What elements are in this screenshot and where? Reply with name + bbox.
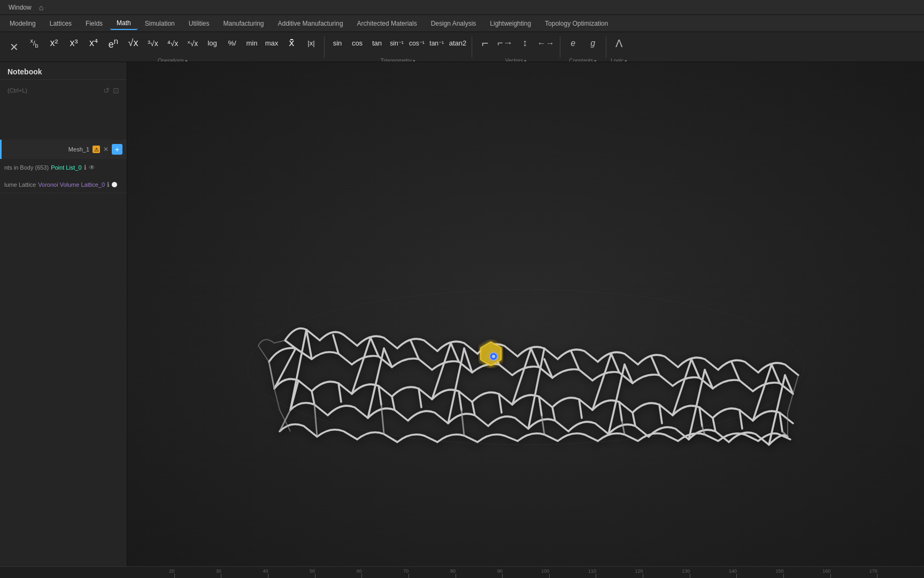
ruler-tick: 170 [877,574,877,578]
vectors-dropdown[interactable]: Vectors [505,58,527,62]
logic-label[interactable]: Logic [611,58,627,62]
toolbar-constants-group: e g Constants [564,32,603,62]
points-label-right: Point List_0 [51,164,81,171]
divider-1 [324,36,325,58]
toolbar-percent-btn[interactable]: %/ [222,32,242,57]
menu-simulation[interactable]: Simulation [138,18,181,29]
ruler-tick: 50 [315,574,315,578]
ruler-tick: 30 [221,574,221,578]
toolbar-asin-btn[interactable]: sin⁻¹ [387,32,406,57]
toolbar-const-g-btn[interactable]: g [583,32,603,57]
menu-bar: Modeling Lattices Fields Math Simulation… [0,15,924,32]
lattice-label-left: lume Lattice [4,181,36,188]
viewport-3d[interactable] [127,62,924,566]
toolbar-en-btn[interactable]: en [104,32,123,57]
ruler-tick: 100 [549,574,550,578]
toolbar-cos-btn[interactable]: cos [348,32,367,57]
lattice-label-right: Voronoi Volume Lattice_0 [38,181,105,188]
title-bar: Window ⌂ [0,0,924,15]
mesh-node-add[interactable]: + [112,144,122,155]
menu-design-analysis[interactable]: Design Analysis [425,18,483,29]
home-icon[interactable]: ⌂ [39,3,43,12]
toolbar-abs-btn[interactable]: |x| [302,32,321,57]
toolbar-vec4-btn[interactable]: ←→ [535,32,557,57]
toolbar-x3-btn[interactable]: x³ [64,32,83,57]
toolbar-const-e-btn[interactable]: e [564,32,583,57]
toolbar-sin-btn[interactable]: sin [328,32,347,57]
toolbar-atan-btn[interactable]: tan⁻¹ [427,32,446,57]
copy-icon[interactable]: ⊡ [113,86,119,95]
ruler-tick: 60 [361,574,362,578]
shortcut-label: (Ctrl+L) [7,87,27,94]
menu-modeling[interactable]: Modeling [3,18,42,29]
ruler-tick: 80 [456,574,456,578]
divider-3 [560,36,560,58]
trigonometry-dropdown[interactable]: Trigonometry [381,58,416,62]
toolbar-logic-btn[interactable]: Λ [610,32,629,57]
toolbar-min-btn[interactable]: min [242,32,261,57]
ruler-tick: 140 [736,574,737,578]
points-info-icon[interactable]: ℹ [84,164,87,171]
ruler-tick: 20 [174,574,175,578]
ruler-tick: 40 [268,574,268,578]
menu-utilities[interactable]: Utilities [182,18,216,29]
menu-lightweighting[interactable]: Lightweighting [483,18,537,29]
divider-2 [472,36,472,58]
toolbar-vec3-btn[interactable]: ↕ [515,32,535,57]
svg-rect-0 [127,62,924,566]
window-menu-label[interactable]: Window [5,4,35,11]
menu-math[interactable]: Math [110,17,137,30]
menu-additive-manufacturing[interactable]: Additive Manufacturing [272,18,350,29]
toolbar-x2-btn[interactable]: x² [44,32,64,57]
toolbar-vec2-btn[interactable]: ⌐→ [495,32,515,57]
refresh-icon[interactable]: ↺ [103,86,110,95]
sidebar: Notebook (Ctrl+L) ↺ ⊡ Mesh_1 ⚠ ✕ + nts i… [0,62,127,566]
mesh-node-row: Mesh_1 ⚠ ✕ + [0,140,127,159]
notebook-title: Notebook [0,62,127,80]
menu-manufacturing[interactable]: Manufacturing [217,18,270,29]
toolbar-cbrt-btn[interactable]: ³√x [143,32,163,57]
menu-lattices[interactable]: Lattices [43,18,78,29]
toolbar: ✕ x/b x² x³ x⁴ en √x ³√x ⁴√x ˣ√x log %/ [0,32,924,62]
sidebar-shortcut: (Ctrl+L) ↺ ⊡ [0,84,127,97]
points-label-left: nts in Body (653) [4,164,49,171]
ruler: 2030405060708090100110120130140150160170 [0,566,924,578]
sidebar-content: (Ctrl+L) ↺ ⊡ Mesh_1 ⚠ ✕ + nts in Body (6… [0,80,127,566]
ruler-tick: 120 [643,574,643,578]
mesh-node-name: Mesh_1 [6,146,89,153]
toolbar-mean-btn[interactable]: x̄ [282,32,301,57]
ruler-tick: 130 [690,574,690,578]
toolbar-close-btn[interactable]: ✕ [4,34,24,60]
ruler-tick: 160 [830,574,831,578]
toolbar-atan2-btn[interactable]: atan2 [447,32,469,57]
toolbar-max-btn[interactable]: max [262,32,281,57]
toolbar-x4-btn[interactable]: x⁴ [84,32,103,57]
main-layout: Notebook (Ctrl+L) ↺ ⊡ Mesh_1 ⚠ ✕ + nts i… [0,62,924,566]
mesh-warning-badge: ⚠ [93,146,100,153]
constants-dropdown[interactable]: Constants [569,58,597,62]
toolbar-xrt-btn[interactable]: ˣ√x [183,32,202,57]
toolbar-xb-btn[interactable]: x/b [25,32,44,57]
menu-topology-optimization[interactable]: Topology Optimization [538,18,614,29]
toolbar-trig-group: sin cos tan sin⁻¹ cos⁻¹ tan⁻¹ atan2 Trig… [328,32,468,62]
ruler-tick: 70 [409,574,409,578]
lattice-dot-white [112,182,117,187]
lattice-visualization [127,62,924,566]
ruler-tick: 150 [783,574,784,578]
ruler-tick: 90 [502,574,503,578]
points-eye-icon[interactable]: 👁 [89,164,95,171]
toolbar-vec1-btn[interactable]: ⌐ [475,32,495,57]
toolbar-log-btn[interactable]: log [203,32,222,57]
menu-fields[interactable]: Fields [79,18,109,29]
toolbar-4rt-btn[interactable]: ⁴√x [163,32,182,57]
toolbar-vectors-group: ⌐ ⌐→ ↕ ←→ Vectors [475,32,557,62]
toolbar-sqrt-btn[interactable]: √x [124,32,143,57]
toolbar-tan-btn[interactable]: tan [367,32,387,57]
menu-architected-materials[interactable]: Architected Materials [351,18,424,29]
toolbar-acos-btn[interactable]: cos⁻¹ [407,32,427,57]
mesh-node-close[interactable]: ✕ [103,146,109,153]
ruler-ticks: 2030405060708090100110120130140150160170 [127,567,924,578]
operations-dropdown[interactable]: Operations [158,58,188,62]
divider-4 [606,36,606,58]
lattice-info-icon[interactable]: ℹ [107,181,110,188]
